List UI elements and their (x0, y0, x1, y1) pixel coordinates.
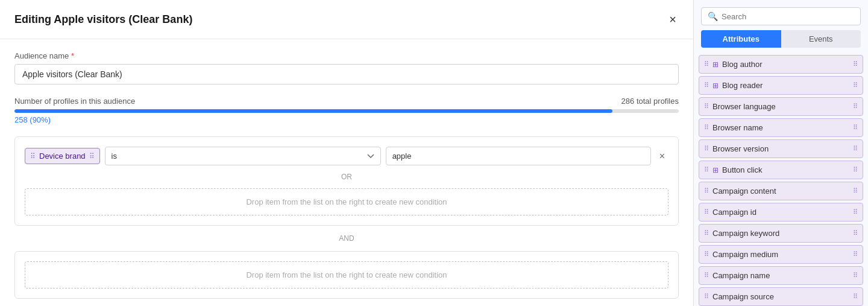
right-panel: 🔍 Attributes Events ⠿⊞ Blog author⠿⠿⊞ Bl… (693, 0, 868, 306)
progress-bar-fill (14, 109, 612, 113)
attr-item-left: ⠿Campaign content (704, 186, 776, 196)
audience-name-input[interactable] (14, 64, 679, 84)
attr-item-left: ⠿Campaign name (704, 271, 770, 280)
drag-handle-right: ⠿ (853, 208, 858, 216)
condition-tag-label: Device brand (39, 151, 86, 161)
attr-label-campaign-source: Campaign source (712, 292, 774, 301)
search-icon: 🔍 (708, 11, 718, 21)
attr-label-browser-name: Browser name (712, 123, 763, 132)
drag-handle-right: ⠿ (853, 60, 858, 68)
attr-item-campaign-keyword[interactable]: ⠿Campaign keyword⠿ (699, 224, 863, 243)
attr-item-left: ⠿Campaign keyword (704, 229, 779, 238)
condition-tag[interactable]: ⠿ Device brand ⠿ (25, 148, 100, 164)
close-button[interactable]: × (667, 11, 679, 28)
attr-label-campaign-medium: Campaign medium (712, 250, 778, 259)
attr-item-left: ⠿Campaign id (704, 208, 756, 217)
attr-label-campaign-keyword: Campaign keyword (712, 229, 779, 238)
attr-type-icon: ⊞ (712, 166, 719, 174)
profiles-total: 286 total profiles (621, 97, 679, 106)
drag-handle-right: ⠿ (853, 272, 858, 279)
attr-label-browser-language: Browser language (712, 102, 776, 111)
drag-handle-left: ⠿ (704, 293, 709, 301)
required-indicator: * (71, 51, 74, 60)
condition-value-input[interactable] (386, 147, 651, 165)
attr-item-left: ⠿Browser version (704, 144, 769, 153)
profiles-section: Number of profiles in this audience 286 … (14, 97, 679, 124)
main-panel: Editing Apple visitors (Clear Bank) × Au… (0, 0, 693, 306)
search-input[interactable] (722, 12, 854, 21)
remove-condition-button[interactable]: × (656, 150, 668, 163)
drop-zone-1: Drop item from the list on the right to … (25, 188, 668, 215)
attr-item-campaign-name[interactable]: ⠿Campaign name⠿ (699, 266, 863, 285)
profiles-header: Number of profiles in this audience 286 … (14, 97, 679, 106)
and-divider: AND (14, 234, 679, 243)
drag-handle-left: ⠿ (704, 187, 709, 195)
drag-handle-right: ⠿ (853, 166, 858, 174)
attr-item-left: ⠿⊞ Blog reader (704, 81, 763, 90)
audience-name-field: Audience name * (14, 51, 679, 84)
attr-item-browser-version[interactable]: ⠿Browser version⠿ (699, 139, 863, 158)
operator-select[interactable]: is (105, 147, 381, 165)
attr-item-campaign-id[interactable]: ⠿Campaign id⠿ (699, 203, 863, 222)
attr-label-blog-author: Blog author (722, 60, 763, 69)
attr-type-icon: ⊞ (712, 81, 719, 90)
progress-bar-background (14, 109, 679, 113)
drag-handle-left: ⠿ (704, 103, 709, 110)
drag-handle-right: ⠿ (853, 187, 858, 195)
drag-handle-right: ⠿ (853, 81, 858, 89)
attr-label-browser-version: Browser version (712, 144, 769, 153)
drag-handle-right: ⠿ (89, 152, 95, 161)
condition-row: ⠿ Device brand ⠿ is × (25, 147, 668, 165)
attr-item-left: ⠿Campaign source (704, 292, 774, 301)
modal-header: Editing Apple visitors (Clear Bank) × (0, 0, 693, 39)
attr-label-campaign-content: Campaign content (712, 186, 776, 196)
attr-item-campaign-content[interactable]: ⠿Campaign content⠿ (699, 182, 863, 200)
attr-item-campaign-source[interactable]: ⠿Campaign source⠿ (699, 287, 863, 306)
drag-handle-right: ⠿ (853, 103, 858, 110)
attr-item-left: ⠿Browser name (704, 123, 763, 132)
drag-handle-right: ⠿ (853, 293, 858, 301)
audience-name-label: Audience name * (14, 51, 679, 60)
drag-handle-right: ⠿ (853, 229, 858, 237)
drag-handle-left: ⠿ (704, 272, 709, 279)
drag-handle-right: ⠿ (853, 145, 858, 153)
attr-label-blog-reader: Blog reader (722, 81, 763, 90)
or-divider: OR (25, 173, 668, 181)
attr-item-browser-language[interactable]: ⠿Browser language⠿ (699, 97, 863, 116)
modal-body: Audience name * Number of profiles in th… (0, 39, 693, 306)
profiles-value: 258 (90%) (14, 115, 679, 124)
condition-block-2: Drop item from the list on the right to … (14, 251, 679, 299)
drag-handle-left: ⠿ (704, 60, 709, 68)
attr-item-left: ⠿Browser language (704, 102, 776, 111)
attr-item-blog-reader[interactable]: ⠿⊞ Blog reader⠿ (699, 76, 863, 95)
condition-block-1: ⠿ Device brand ⠿ is × OR Drop item from (14, 136, 679, 226)
drag-handle-left: ⠿ (704, 250, 709, 258)
attr-item-browser-name[interactable]: ⠿Browser name⠿ (699, 118, 863, 137)
drop-zone-2: Drop item from the list on the right to … (25, 261, 668, 288)
drag-handle-left: ⠿ (30, 152, 36, 161)
drag-handle-left: ⠿ (704, 229, 709, 237)
attr-item-left: ⠿⊞ Blog author (704, 60, 763, 69)
attributes-list: ⠿⊞ Blog author⠿⠿⊞ Blog reader⠿⠿Browser l… (694, 53, 868, 306)
attr-label-campaign-name: Campaign name (712, 271, 770, 280)
search-input-wrap: 🔍 (701, 7, 861, 25)
modal-title: Editing Apple visitors (Clear Bank) (14, 13, 192, 26)
attr-type-icon: ⊞ (712, 60, 719, 69)
tab-attributes[interactable]: Attributes (701, 30, 781, 48)
attr-item-blog-author[interactable]: ⠿⊞ Blog author⠿ (699, 55, 863, 74)
profiles-label: Number of profiles in this audience (14, 97, 135, 106)
tab-events[interactable]: Events (781, 30, 861, 48)
drag-handle-right: ⠿ (853, 250, 858, 258)
attr-item-button-click[interactable]: ⠿⊞ Button click⠿ (699, 161, 863, 179)
drag-handle-left: ⠿ (704, 145, 709, 153)
drag-handle-left: ⠿ (704, 166, 709, 174)
attr-item-campaign-medium[interactable]: ⠿Campaign medium⠿ (699, 245, 863, 264)
drag-handle-left: ⠿ (704, 208, 709, 216)
tabs-row: Attributes Events (694, 30, 868, 53)
drag-handle-left: ⠿ (704, 81, 709, 89)
drag-handle-left: ⠿ (704, 124, 709, 132)
attr-label-button-click: Button click (722, 165, 762, 174)
attr-item-left: ⠿Campaign medium (704, 250, 778, 259)
attr-label-campaign-id: Campaign id (712, 208, 756, 217)
search-box: 🔍 (694, 0, 868, 30)
